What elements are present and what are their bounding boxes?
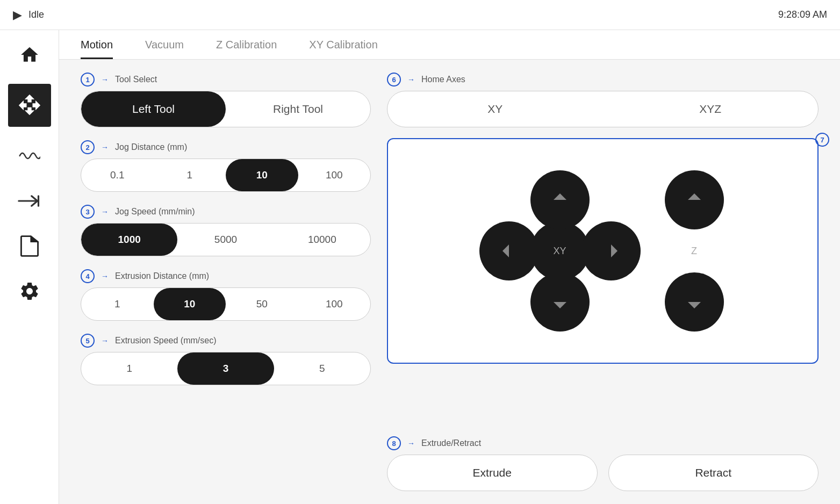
annotation-7-row: 7 xyxy=(815,133,829,147)
home-axes-label-row: 6 → Home Axes xyxy=(387,73,819,87)
tab-motion[interactable]: Motion xyxy=(81,39,113,59)
extrusion-distance-100[interactable]: 100 xyxy=(298,288,371,320)
tool-select-title: Tool Select xyxy=(115,75,157,84)
tab-z-calibration[interactable]: Z Calibration xyxy=(216,39,277,59)
xy-pad: XY xyxy=(479,170,641,332)
jog-speed-section: 3 → Jog Speed (mm/min) 1000 5000 10000 xyxy=(81,205,371,256)
jog-speed-10000[interactable]: 10000 xyxy=(274,224,370,256)
left-panel: 1 → Tool Select Left Tool Right Tool 2 →… xyxy=(81,73,371,491)
extrude-retract-section: 8 → Extrude/Retract Extrude Retract xyxy=(387,436,819,491)
extrusion-speed-label-row: 5 → Extrusion Speed (mm/sec) xyxy=(81,334,371,348)
extrusion-distance-label-row: 4 → Extrusion Distance (mm) xyxy=(81,269,371,283)
sidebar-item-home[interactable] xyxy=(13,39,46,71)
wave-icon xyxy=(19,148,40,163)
file-icon xyxy=(20,235,39,257)
tool-option-right[interactable]: Right Tool xyxy=(226,91,370,127)
tool-option-left[interactable]: Left Tool xyxy=(81,91,226,127)
tabs-bar: Motion Vacuum Z Calibration XY Calibrati… xyxy=(59,30,840,60)
tool-select-section: 1 → Tool Select Left Tool Right Tool xyxy=(81,73,371,127)
content-area: Motion Vacuum Z Calibration XY Calibrati… xyxy=(59,30,840,504)
extrusion-distance-1[interactable]: 1 xyxy=(81,288,154,320)
z-label: Z xyxy=(691,246,697,257)
jog-speed-group: 1000 5000 10000 xyxy=(81,223,371,256)
jog-distance-section: 2 → Jog Distance (mm) 0.1 1 10 100 xyxy=(81,140,371,192)
home-icon xyxy=(19,45,40,65)
extrusion-speed-5[interactable]: 5 xyxy=(274,352,370,385)
jog-distance-0.1[interactable]: 0.1 xyxy=(81,159,154,191)
extrusion-distance-10[interactable]: 10 xyxy=(154,288,226,320)
extrude-retract-label-row: 8 → Extrude/Retract xyxy=(387,436,819,450)
tab-xy-calibration[interactable]: XY Calibration xyxy=(309,39,377,59)
sidebar-item-file[interactable] xyxy=(13,230,46,262)
content-grid: 1 → Tool Select Left Tool Right Tool 2 →… xyxy=(59,60,840,504)
settings-icon xyxy=(19,280,40,302)
annotation-2: 2 xyxy=(81,140,95,154)
tool-select-label-row: 1 → Tool Select xyxy=(81,73,371,87)
home-xy-button[interactable]: XY xyxy=(387,91,603,127)
extrude-retract-title: Extrude/Retract xyxy=(421,438,481,448)
annotation-4: 4 xyxy=(81,269,95,283)
z-down-icon xyxy=(685,292,704,312)
home-axes-section: 6 → Home Axes XY XYZ xyxy=(387,73,819,127)
annotation-3: 3 xyxy=(81,205,95,219)
up-arrow-icon xyxy=(550,190,570,210)
jog-speed-1000[interactable]: 1000 xyxy=(81,224,177,256)
jog-left-button[interactable] xyxy=(479,221,539,280)
jog-distance-10[interactable]: 10 xyxy=(226,159,298,191)
sidebar-item-settings[interactable] xyxy=(13,275,46,307)
jog-area: XY Z xyxy=(387,138,819,364)
jog-down-button[interactable] xyxy=(530,272,590,332)
right-arrow-icon xyxy=(601,241,621,261)
tab-vacuum[interactable]: Vacuum xyxy=(145,39,184,59)
play-icon[interactable]: ▶ xyxy=(13,8,22,22)
jog-area-wrapper: 7 xyxy=(387,138,819,426)
sidebar-item-move[interactable] xyxy=(8,84,51,127)
home-axes-group: XY XYZ xyxy=(387,91,819,127)
extrusion-speed-title: Extrusion Speed (mm/sec) xyxy=(115,336,217,345)
jog-z-up-button[interactable] xyxy=(665,170,724,229)
tool-select-group: Left Tool Right Tool xyxy=(81,91,371,127)
left-arrow-icon xyxy=(499,241,519,261)
annotation-8: 8 xyxy=(387,436,401,450)
jog-distance-label-row: 2 → Jog Distance (mm) xyxy=(81,140,371,154)
time-display: 9:28:09 AM xyxy=(778,9,827,20)
home-xyz-button[interactable]: XYZ xyxy=(603,91,819,127)
sidebar-item-wave[interactable] xyxy=(13,140,46,172)
extrude-retract-group: Extrude Retract xyxy=(387,455,819,491)
move-icon xyxy=(18,93,41,117)
retract-button[interactable]: Retract xyxy=(608,455,819,491)
arrow-tab-icon xyxy=(18,193,41,208)
extrusion-distance-50[interactable]: 50 xyxy=(226,288,298,320)
z-pad: Z xyxy=(662,170,727,332)
z-up-icon xyxy=(685,190,704,210)
jog-z-down-button[interactable] xyxy=(665,272,724,332)
jog-distance-title: Jog Distance (mm) xyxy=(115,142,187,152)
extrusion-speed-group: 1 3 5 xyxy=(81,352,371,385)
annotation-7: 7 xyxy=(815,133,829,147)
top-bar: ▶ Idle 9:28:09 AM xyxy=(0,0,840,30)
jog-speed-title: Jog Speed (mm/min) xyxy=(115,207,195,217)
status-label: Idle xyxy=(28,9,44,20)
jog-speed-label-row: 3 → Jog Speed (mm/min) xyxy=(81,205,371,219)
jog-distance-group: 0.1 1 10 100 xyxy=(81,159,371,192)
jog-xy-center[interactable]: XY xyxy=(530,221,590,280)
sidebar xyxy=(0,30,59,504)
annotation-1: 1 xyxy=(81,73,95,87)
jog-speed-5000[interactable]: 5000 xyxy=(177,224,274,256)
jog-right-button[interactable] xyxy=(581,221,641,280)
extrusion-distance-group: 1 10 50 100 xyxy=(81,287,371,321)
extrusion-speed-section: 5 → Extrusion Speed (mm/sec) 1 3 5 xyxy=(81,334,371,385)
home-axes-title: Home Axes xyxy=(421,75,465,84)
jog-distance-1[interactable]: 1 xyxy=(154,159,226,191)
right-panel: 6 → Home Axes XY XYZ 7 xyxy=(387,73,819,491)
jog-distance-100[interactable]: 100 xyxy=(298,159,371,191)
down-arrow-icon xyxy=(550,292,570,312)
annotation-6: 6 xyxy=(387,73,401,87)
main-container: Motion Vacuum Z Calibration XY Calibrati… xyxy=(0,30,840,504)
annotation-5: 5 xyxy=(81,334,95,348)
extrusion-speed-3[interactable]: 3 xyxy=(177,352,274,385)
extrude-button[interactable]: Extrude xyxy=(387,455,598,491)
jog-up-button[interactable] xyxy=(530,170,590,229)
sidebar-item-arrow-tab[interactable] xyxy=(13,185,46,217)
extrusion-speed-1[interactable]: 1 xyxy=(81,352,177,385)
